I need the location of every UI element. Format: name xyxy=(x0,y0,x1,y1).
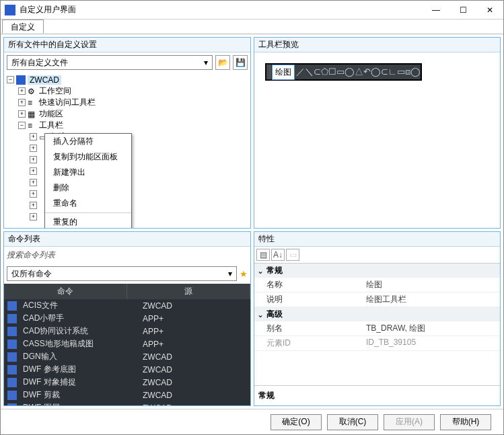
window-title: 自定义用户界面 xyxy=(20,4,423,15)
cmd-source: APP+ xyxy=(143,314,250,323)
toolbar-preview: 绘图 ／＼⊂⬠☐▭◯△↶◯⊂∟▭⧈◯ xyxy=(265,63,422,81)
cmd-filter-combo[interactable]: 仅所有命令 ▾ xyxy=(7,266,237,281)
save-button[interactable]: 💾 xyxy=(233,55,248,70)
col-cmd[interactable]: 命令 xyxy=(4,284,127,299)
customization-tree[interactable]: −ZWCAD +工作空间 +快速访问工具栏 +功能区 −工具栏 +标注 + + … xyxy=(4,73,250,228)
apply-button[interactable]: 应用(A) xyxy=(384,414,435,430)
menu-item[interactable]: 重复的 xyxy=(45,214,131,228)
list-item[interactable]: DGN输入ZWCAD xyxy=(4,350,250,363)
tool-icon: △ xyxy=(355,67,363,77)
ok-button[interactable]: 确定(O) xyxy=(271,414,322,430)
list-item[interactable]: DWF 图层ZWCAD xyxy=(4,401,250,405)
toolbar-grip-icon xyxy=(266,65,271,79)
prop-pages-icon[interactable]: ▭ xyxy=(286,249,299,261)
cmd-name: DGN输入 xyxy=(20,351,143,362)
file-combo[interactable]: 所有自定义文件 ▾ xyxy=(7,55,213,70)
cancel-button[interactable]: 取消(C) xyxy=(327,414,378,430)
expand-icon[interactable]: + xyxy=(18,110,26,118)
sort-az-icon[interactable]: A↓ xyxy=(271,249,285,261)
menu-item[interactable]: 新建弹出 xyxy=(45,165,131,180)
cmd-source: ZWCAD xyxy=(143,378,250,387)
collapse-icon[interactable]: ⌄ xyxy=(257,266,264,276)
expand-icon[interactable]: + xyxy=(30,167,37,175)
list-item[interactable]: DWF 对象捕捉ZWCAD xyxy=(4,376,250,389)
cmd-source: APP+ xyxy=(143,340,250,349)
tool-icon: ▭ xyxy=(397,67,405,77)
list-item[interactable]: CASS地形地籍成图APP+ xyxy=(4,338,250,350)
tree-qat[interactable]: 快速访问工具栏 xyxy=(39,97,96,108)
cmd-source: APP+ xyxy=(143,327,250,336)
help-button[interactable]: 帮助(H) xyxy=(440,414,491,430)
cmdlist-title: 命令列表 xyxy=(4,232,250,247)
chevron-down-icon: ▾ xyxy=(204,58,208,67)
list-item[interactable]: ACIS文件ZWCAD xyxy=(4,299,250,312)
cmd-source: ZWCAD xyxy=(143,301,250,311)
cmd-name: ACIS文件 xyxy=(20,300,143,311)
menu-item[interactable]: 插入分隔符 xyxy=(45,134,131,149)
cmd-source: ZWCAD xyxy=(143,403,250,406)
list-item[interactable]: CAD协同设计系统APP+ xyxy=(4,325,250,338)
expand-icon[interactable]: + xyxy=(30,133,37,141)
tab-customize[interactable]: 自定义 xyxy=(2,19,44,34)
gear-icon xyxy=(28,87,37,96)
cmd-icon xyxy=(7,327,17,336)
app-icon xyxy=(5,5,15,15)
tool-icon: ⊂ xyxy=(381,67,388,77)
col-src[interactable]: 源 xyxy=(127,284,250,299)
open-folder-button[interactable]: 📂 xyxy=(215,55,230,70)
prop-eid-key: 元素ID xyxy=(254,336,362,351)
command-list[interactable]: ACIS文件ZWCADCAD小帮手APP+CAD协同设计系统APP+CASS地形… xyxy=(4,299,250,405)
zwcad-icon xyxy=(16,75,26,85)
prop-desc-value[interactable]: 绘图工具栏 xyxy=(362,292,500,307)
collapse-icon[interactable]: ⌄ xyxy=(257,310,264,319)
toolbar-label: 绘图 xyxy=(272,65,295,80)
prop-name-value[interactable]: 绘图 xyxy=(362,278,500,292)
expand-icon[interactable]: + xyxy=(30,202,37,209)
tree-workspace[interactable]: 工作空间 xyxy=(39,85,71,97)
prop-name-key: 名称 xyxy=(254,278,362,292)
tool-icon: ◯ xyxy=(371,67,381,77)
expand-icon[interactable]: + xyxy=(30,190,37,198)
tree-root[interactable]: ZWCAD xyxy=(28,75,61,85)
list-item[interactable]: DWF 剪裁ZWCAD xyxy=(4,389,250,401)
menu-item[interactable]: 复制到功能区面板 xyxy=(45,149,131,165)
cmd-name: DWF 对象捕捉 xyxy=(20,377,143,388)
cmd-name: DWF 参考底图 xyxy=(20,364,143,375)
expand-icon[interactable]: + xyxy=(30,156,37,163)
settings-panel-title: 所有文件中的自定义设置 xyxy=(4,38,250,52)
tool-icon: ↶ xyxy=(363,67,371,77)
expand-icon[interactable]: + xyxy=(30,145,37,152)
cmd-icon xyxy=(7,314,17,323)
expand-icon[interactable]: + xyxy=(18,87,26,95)
expand-icon[interactable]: + xyxy=(30,179,37,186)
expand-icon[interactable]: + xyxy=(18,99,26,106)
list-item[interactable]: CAD小帮手APP+ xyxy=(4,312,250,325)
menu-item[interactable]: 重命名 xyxy=(45,196,131,211)
cmd-source: ZWCAD xyxy=(143,365,250,374)
close-button[interactable]: ✕ xyxy=(476,1,503,19)
list-item[interactable]: DWF 参考底图ZWCAD xyxy=(4,363,250,376)
prop-alias-key: 别名 xyxy=(254,321,362,336)
prop-alias-value[interactable]: TB_DRAW, 绘图 xyxy=(362,321,500,336)
tool-icon: ▭ xyxy=(336,67,345,77)
cmd-name: CASS地形地籍成图 xyxy=(20,338,143,350)
star-icon[interactable]: ★ xyxy=(240,269,248,279)
prop-eid-value: ID_TB_39105 xyxy=(362,336,500,351)
grid-icon xyxy=(28,110,37,119)
expand-icon[interactable]: − xyxy=(18,122,26,129)
cmd-source: ZWCAD xyxy=(143,391,250,400)
expand-icon[interactable]: − xyxy=(7,76,14,83)
categorized-icon[interactable]: ▤ xyxy=(256,249,270,261)
menu-item[interactable]: 删除 xyxy=(45,180,131,196)
cmd-icon xyxy=(7,340,17,349)
tool-icon: ∟ xyxy=(388,67,397,77)
cmd-icon xyxy=(7,352,17,362)
cmd-icon xyxy=(7,391,17,400)
tool-icon: ⊂ xyxy=(314,67,321,77)
maximize-button[interactable]: ☐ xyxy=(449,1,476,19)
tree-toolbars[interactable]: 工具栏 xyxy=(39,120,63,131)
minimize-button[interactable]: — xyxy=(423,1,449,19)
search-input[interactable]: 搜索命令列表 xyxy=(4,247,250,264)
tree-ribbon[interactable]: 功能区 xyxy=(39,108,63,120)
expand-icon[interactable]: + xyxy=(30,213,37,221)
